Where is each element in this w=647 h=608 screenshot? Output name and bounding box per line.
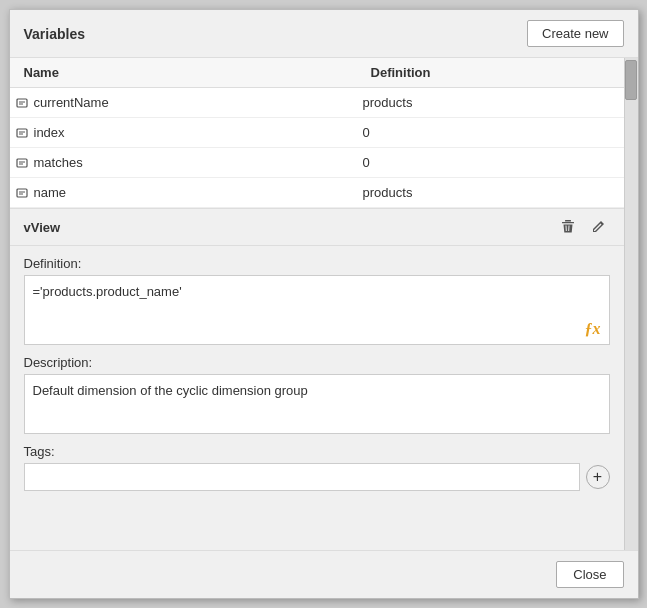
definition-value: ='products.product_name': [33, 284, 182, 299]
var-name-cell: name: [10, 178, 357, 208]
var-icon: [16, 186, 30, 200]
variables-table: Name Definition currentName: [10, 58, 624, 208]
var-icon: [16, 126, 30, 140]
add-tag-button[interactable]: +: [586, 465, 610, 489]
create-new-button[interactable]: Create new: [527, 20, 623, 47]
edit-button[interactable]: [586, 217, 610, 237]
col-name: Name: [10, 58, 357, 88]
tags-label: Tags:: [24, 444, 610, 459]
description-box[interactable]: Default dimension of the cyclic dimensio…: [24, 374, 610, 434]
scrollbar-track[interactable]: [624, 58, 638, 550]
var-definition: products: [357, 178, 624, 208]
var-name-cell: index: [10, 118, 357, 148]
var-definition: products: [357, 88, 624, 118]
table-row[interactable]: name products: [10, 178, 624, 208]
var-icon: [16, 96, 30, 110]
delete-button[interactable]: [556, 217, 580, 237]
variables-modal: Variables Create new Name Definition: [9, 9, 639, 599]
var-icon: [16, 156, 30, 170]
var-definition: 0: [357, 148, 624, 178]
svg-rect-13: [562, 222, 574, 223]
table-row[interactable]: index 0: [10, 118, 624, 148]
var-name-cell: currentName: [10, 88, 357, 118]
var-definition: 0: [357, 118, 624, 148]
modal-title: Variables: [24, 26, 86, 42]
fx-icon: ƒx: [585, 320, 601, 338]
var-name: index: [34, 125, 65, 140]
var-name-cell: matches: [10, 148, 357, 178]
var-name: matches: [34, 155, 83, 170]
vview-section: vView: [10, 208, 624, 505]
definition-label: Definition:: [24, 256, 610, 271]
svg-rect-0: [17, 99, 27, 107]
trash-icon: [560, 219, 576, 235]
description-label: Description:: [24, 355, 610, 370]
definition-box[interactable]: ='products.product_name' ƒx: [24, 275, 610, 345]
vview-header: vView: [10, 208, 624, 246]
table-row[interactable]: matches 0: [10, 148, 624, 178]
close-button[interactable]: Close: [556, 561, 623, 588]
col-definition: Definition: [357, 58, 624, 88]
definition-section: Definition: ='products.product_name' ƒx …: [10, 246, 624, 505]
svg-rect-9: [17, 189, 27, 197]
scrollbar-thumb[interactable]: [625, 60, 637, 100]
tags-row: +: [24, 463, 610, 491]
edit-icon: [590, 219, 606, 235]
svg-rect-12: [565, 220, 571, 222]
vview-name: vView: [24, 220, 61, 235]
content-area: Name Definition currentName: [10, 58, 638, 550]
modal-header: Variables Create new: [10, 10, 638, 58]
table-row[interactable]: currentName products: [10, 88, 624, 118]
var-name: name: [34, 185, 67, 200]
svg-rect-3: [17, 129, 27, 137]
svg-rect-6: [17, 159, 27, 167]
var-name: currentName: [34, 95, 109, 110]
description-value: Default dimension of the cyclic dimensio…: [33, 383, 308, 398]
modal-footer: Close: [10, 550, 638, 598]
vview-actions: [556, 217, 610, 237]
tags-input[interactable]: [24, 463, 580, 491]
scroll-content: Name Definition currentName: [10, 58, 624, 550]
